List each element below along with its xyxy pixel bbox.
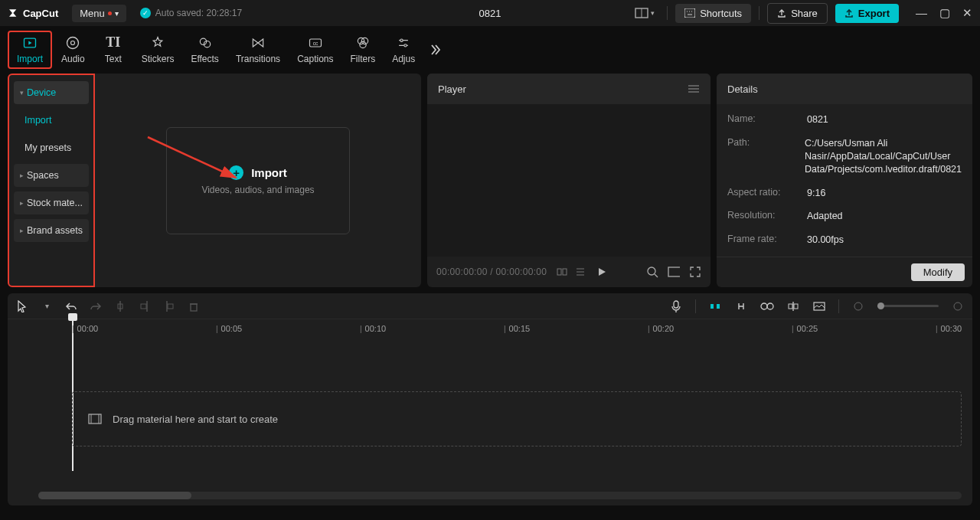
export-button[interactable]: Export xyxy=(835,4,899,23)
separator xyxy=(695,299,696,313)
detail-label-path: Path: xyxy=(727,137,805,176)
sidebar-item-spaces[interactable]: ▸Spaces xyxy=(14,164,89,187)
share-label: Share xyxy=(791,8,818,19)
import-subtitle: Videos, audios, and images xyxy=(201,185,314,195)
delete-button[interactable] xyxy=(187,299,201,313)
align-button[interactable] xyxy=(786,299,800,313)
player-panel: Player 00:00:00:00 / 00:00:00:00 xyxy=(427,74,710,287)
timeline-scrollbar[interactable] xyxy=(38,492,962,499)
filters-icon xyxy=(355,35,371,51)
modify-button[interactable]: Modify xyxy=(911,263,965,281)
tabs-more-button[interactable] xyxy=(427,42,443,57)
svg-rect-36 xyxy=(168,304,173,309)
split-right-button[interactable] xyxy=(162,299,176,313)
project-title: 0821 xyxy=(479,8,501,19)
zoom-slider[interactable] xyxy=(877,305,939,307)
shortcuts-button[interactable]: Shortcuts xyxy=(675,4,751,23)
timeline-panel: ▾ 00:00 00:05 xyxy=(8,293,972,505)
share-button[interactable]: Share xyxy=(767,3,828,24)
minimize-button[interactable]: — xyxy=(916,6,927,20)
svg-rect-46 xyxy=(794,304,798,309)
tab-text[interactable]: TI Text xyxy=(94,32,132,67)
timeline-drop-zone[interactable]: Drag material here and start to create xyxy=(72,391,962,446)
detail-value-framerate: 30.00fps xyxy=(807,234,962,247)
app-name: CapCut xyxy=(23,8,58,19)
svg-point-49 xyxy=(954,303,962,310)
preview-button[interactable] xyxy=(760,299,774,313)
caret-right-icon: ▸ xyxy=(20,172,24,179)
thumbnail-button[interactable] xyxy=(812,299,826,313)
timeline-toolbar: ▾ xyxy=(8,293,972,319)
pointer-tool[interactable] xyxy=(15,299,29,313)
details-footer: Modify xyxy=(717,257,972,287)
separator xyxy=(759,6,760,20)
details-panel: Details Name:0821 Path:C:/Users/Usman Al… xyxy=(717,74,972,287)
timeline-scroll-thumb[interactable] xyxy=(38,492,191,499)
details-title: Details xyxy=(727,83,758,95)
svg-rect-30 xyxy=(668,267,680,276)
menu-button[interactable]: Menu ▾ xyxy=(72,5,126,22)
tab-effects[interactable]: Effects xyxy=(183,32,226,67)
fullscreen-icon[interactable] xyxy=(689,266,701,278)
microphone-button[interactable] xyxy=(669,299,683,313)
timeline-drop-text: Drag material here and start to create xyxy=(113,414,278,425)
maximize-button[interactable]: ▢ xyxy=(939,6,950,20)
separator xyxy=(838,299,839,313)
sidebar-item-import[interactable]: Import xyxy=(14,109,89,132)
svg-line-29 xyxy=(655,274,658,277)
sidebar-item-my-presets[interactable]: My presets xyxy=(14,136,89,159)
play-button[interactable] xyxy=(596,266,608,278)
sidebar-label: Import xyxy=(24,115,51,126)
details-header: Details xyxy=(717,74,972,104)
redo-button[interactable] xyxy=(89,299,103,313)
tab-stickers[interactable]: Stickers xyxy=(134,32,182,67)
pointer-dropdown[interactable]: ▾ xyxy=(40,299,54,313)
tab-transitions[interactable]: Transitions xyxy=(228,32,288,67)
import-drop-zone[interactable]: + Import Videos, audios, and images xyxy=(166,127,350,234)
close-button[interactable]: ✕ xyxy=(962,6,972,20)
tab-import[interactable]: Import xyxy=(8,31,52,69)
tab-adjustment[interactable]: Adjus xyxy=(384,32,423,67)
svg-point-48 xyxy=(854,303,862,310)
player-viewport[interactable] xyxy=(427,104,710,257)
sidebar-item-stock[interactable]: ▸Stock mate... xyxy=(14,191,89,214)
tab-captions[interactable]: cc Captions xyxy=(289,32,341,67)
svg-point-18 xyxy=(404,44,407,46)
svg-point-15 xyxy=(361,38,368,44)
detail-label-aspect: Aspect ratio: xyxy=(727,187,807,200)
split-button[interactable] xyxy=(113,299,127,313)
scale-icon[interactable] xyxy=(646,266,658,278)
sidebar-label: Device xyxy=(27,87,56,98)
transitions-icon xyxy=(250,35,266,51)
list-icon[interactable] xyxy=(576,266,588,278)
import-main-area: + Import Videos, audios, and images xyxy=(95,74,421,287)
sidebar-item-device[interactable]: ▾Device xyxy=(14,81,89,104)
link-button[interactable] xyxy=(734,299,748,313)
aspect-ratio-button[interactable]: ▾ xyxy=(630,5,659,21)
compare-icon[interactable] xyxy=(556,266,568,278)
tab-label: Text xyxy=(105,54,122,64)
chevron-right-icon xyxy=(427,42,443,57)
player-menu-icon[interactable] xyxy=(688,83,700,95)
svg-rect-2 xyxy=(684,8,695,18)
check-circle-icon: ✓ xyxy=(140,8,151,18)
magnet-button[interactable] xyxy=(708,299,722,313)
separator xyxy=(667,6,668,20)
main-area: ▾Device Import My presets ▸Spaces ▸Stock… xyxy=(0,74,980,293)
ratio-icon[interactable] xyxy=(668,266,680,278)
ruler-mark: 00:30 xyxy=(936,324,962,333)
undo-button[interactable] xyxy=(64,299,78,313)
svg-point-17 xyxy=(400,39,403,41)
tab-label: Audio xyxy=(61,54,85,64)
capcut-logo-icon xyxy=(8,7,20,19)
share-icon xyxy=(777,8,786,18)
sidebar-item-brand[interactable]: ▸Brand assets xyxy=(14,219,89,242)
split-left-button[interactable] xyxy=(138,299,152,313)
tab-filters[interactable]: Filters xyxy=(343,32,384,67)
tab-audio[interactable]: Audio xyxy=(54,32,93,67)
zoom-out-button[interactable] xyxy=(851,299,865,313)
zoom-in-button[interactable] xyxy=(951,299,965,313)
timeline-tracks[interactable]: Drag material here and start to create xyxy=(8,338,972,492)
menu-label: Menu xyxy=(80,8,105,19)
timeline-ruler[interactable]: 00:00 00:05 00:10 00:15 00:20 00:25 00:3… xyxy=(8,319,972,338)
